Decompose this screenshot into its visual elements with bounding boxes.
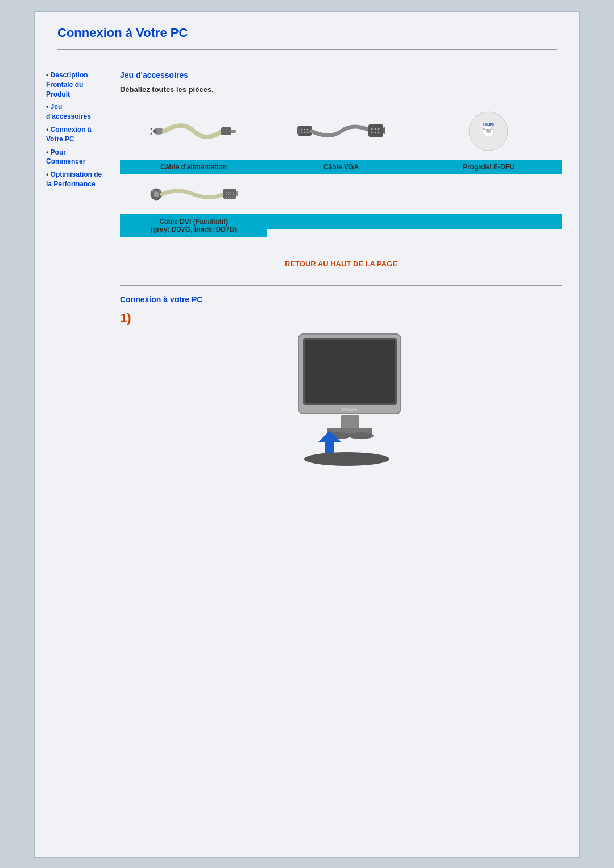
svg-point-43 xyxy=(226,197,227,198)
svg-rect-5 xyxy=(230,130,236,133)
svg-point-17 xyxy=(377,128,379,130)
empty-label-1 xyxy=(267,214,414,229)
svg-point-20 xyxy=(377,132,379,133)
svg-point-18 xyxy=(371,132,372,133)
page-container: Connexion à Votre PC Description Frontal… xyxy=(34,11,580,858)
unpack-text: Déballez toutes les pièces. xyxy=(120,85,562,94)
accessory-vga-cable: Câble VGA xyxy=(267,103,414,174)
svg-point-39 xyxy=(226,194,227,195)
svg-point-31 xyxy=(151,190,154,193)
svg-point-8 xyxy=(301,129,302,131)
svg-point-11 xyxy=(301,132,302,133)
vga-cable-svg xyxy=(296,108,387,154)
accessory-label-dvi: Câble DVI (Facultatif)(grey: DD7G, black… xyxy=(120,214,267,237)
content-area: Jeu d'accessoires Déballez toutes les pi… xyxy=(109,70,579,485)
empty-image-2 xyxy=(415,174,562,214)
monitor-illustration: PHILIPS xyxy=(131,331,562,468)
accessories-grid-row1: Câble d'alimentation xyxy=(120,103,562,174)
return-link[interactable]: RETOUR AU HAUT DE LA PAGE xyxy=(120,248,562,279)
sidebar-item-optimisation[interactable]: Optimisation de la Performance xyxy=(46,170,103,189)
bottom-divider xyxy=(120,285,562,286)
accessory-disc: PHILIPS Digital Life Progiciel E-DFU xyxy=(415,103,562,174)
dvi-cable-image xyxy=(120,174,267,214)
svg-point-46 xyxy=(233,197,234,198)
monitor-svg: PHILIPS xyxy=(281,331,412,445)
svg-line-3 xyxy=(151,133,152,135)
svg-point-19 xyxy=(374,132,376,133)
svg-text:PHILIPS: PHILIPS xyxy=(342,407,358,411)
vga-cable-image xyxy=(267,103,414,160)
svg-point-36 xyxy=(228,192,229,193)
svg-point-35 xyxy=(226,192,227,193)
svg-point-38 xyxy=(233,192,234,193)
svg-point-9 xyxy=(304,129,305,131)
svg-rect-4 xyxy=(221,127,231,135)
disc-image: PHILIPS Digital Life xyxy=(415,103,562,160)
section1-title: Jeu d'accessoires xyxy=(120,70,562,80)
step-number: 1) xyxy=(120,311,562,326)
svg-point-30 xyxy=(154,191,159,197)
svg-point-13 xyxy=(306,132,308,133)
svg-point-44 xyxy=(228,197,229,198)
accessory-label-disc: Progiciel E-DFU xyxy=(415,160,562,174)
power-cable-image xyxy=(120,103,267,160)
sidebar-item-pour[interactable]: Pour Commencer xyxy=(46,148,103,167)
empty-label-2 xyxy=(415,214,562,229)
header-section: Connexion à Votre PC xyxy=(35,12,579,59)
svg-rect-21 xyxy=(383,127,385,134)
accessory-label-vga: Câble VGA xyxy=(267,160,414,174)
section2-title: Connexion à votre PC xyxy=(120,295,562,304)
svg-point-15 xyxy=(371,128,372,130)
accessory-dvi-cable: Câble DVI (Facultatif)(grey: DD7G, black… xyxy=(120,174,267,237)
svg-rect-7 xyxy=(297,127,300,134)
power-cable-svg xyxy=(148,108,239,154)
sidebar-item-description[interactable]: Description Frontale du Produit xyxy=(46,70,103,99)
svg-point-12 xyxy=(304,132,305,133)
svg-rect-1 xyxy=(153,130,157,133)
accessory-empty-2 xyxy=(415,174,562,237)
svg-point-45 xyxy=(230,197,231,198)
dvi-cable-svg xyxy=(148,177,239,211)
svg-point-32 xyxy=(158,190,161,193)
main-layout: Description Frontale du Produit Jeu d'ac… xyxy=(35,59,579,485)
svg-point-42 xyxy=(233,194,234,195)
svg-rect-49 xyxy=(305,340,395,403)
svg-text:Digital Life: Digital Life xyxy=(483,128,494,131)
svg-point-41 xyxy=(230,194,231,195)
base-oval-svg xyxy=(301,450,392,468)
top-divider xyxy=(57,49,557,50)
sidebar: Description Frontale du Produit Jeu d'ac… xyxy=(35,70,109,485)
svg-marker-55 xyxy=(318,431,341,453)
svg-point-10 xyxy=(306,129,308,131)
svg-line-2 xyxy=(151,128,152,130)
accessories-grid-row2: Câble DVI (Facultatif)(grey: DD7G, black… xyxy=(120,174,562,237)
svg-point-37 xyxy=(230,192,231,193)
svg-point-40 xyxy=(228,194,229,195)
svg-rect-34 xyxy=(236,191,238,196)
svg-point-56 xyxy=(304,452,389,466)
disc-svg: PHILIPS Digital Life xyxy=(466,108,511,154)
page-title: Connexion à Votre PC xyxy=(57,26,557,40)
accessory-power-cable: Câble d'alimentation xyxy=(120,103,267,174)
svg-point-16 xyxy=(374,128,376,130)
empty-image-1 xyxy=(267,174,414,214)
sidebar-item-connexion[interactable]: Connexion à Votre PC xyxy=(46,125,103,144)
svg-point-54 xyxy=(349,432,374,439)
accessory-label-power: Câble d'alimentation xyxy=(120,160,267,174)
accessory-empty-1 xyxy=(267,174,414,237)
sidebar-item-jeu[interactable]: Jeu d'accessoires xyxy=(46,102,103,122)
svg-rect-14 xyxy=(368,124,383,137)
svg-rect-33 xyxy=(223,189,236,199)
